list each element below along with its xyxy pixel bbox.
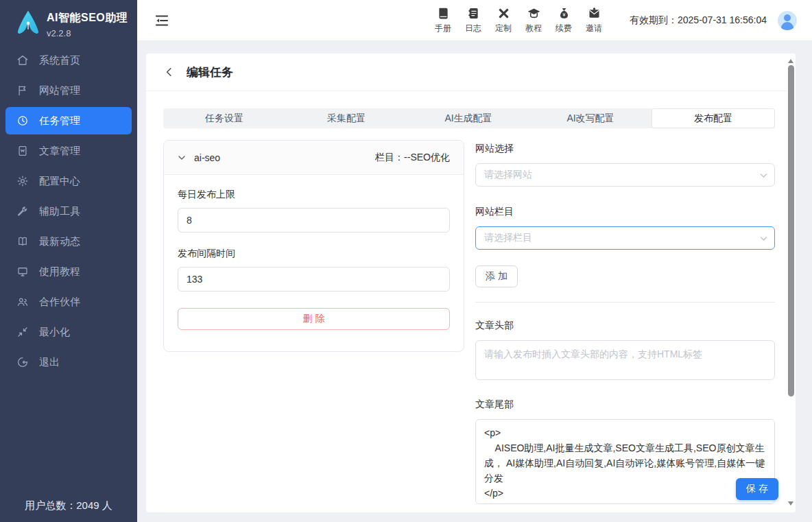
article-icon [16,145,29,157]
home-icon [16,54,29,67]
shortcut-invite[interactable]: 邀请 [579,6,609,34]
article-footer-textarea[interactable]: <p> AISEO助理,AI批量生成文章,SEO文章生成工具,SEO原创文章生成… [475,419,775,504]
sidebar-item-label: 最新动态 [39,235,80,248]
task-column-label: 栏目：--SEO优化 [375,152,450,164]
sidebar-menu: 系统首页 网站管理 任务管理 文章管理 配置中心 辅助工具 [0,47,137,376]
edit-task-card: 编辑任务 任务设置 采集配置 AI生成配置 AI改写配置 发布配置 [146,54,796,512]
sidebar-item-label: 配置中心 [39,175,80,188]
brand: AI智能SEO助理 v2.2.8 [0,0,137,38]
tab-publish-config[interactable]: 发布配置 [652,108,775,128]
column-select-placeholder: 请选择栏目 [484,232,532,244]
task-panel-header[interactable]: ai-seo 栏目：--SEO优化 [164,141,464,175]
right-column: 网站选择 请选择网站 网站栏目 请选择栏目 [475,140,775,512]
journal-icon [466,6,481,21]
chevron-down-icon [760,236,767,241]
scrollbar [787,54,796,512]
minimize-icon [16,326,29,338]
column-select[interactable]: 请选择栏目 [475,226,775,250]
shortcut-label: 教程 [525,23,542,34]
sidebar: AI智能SEO助理 v2.2.8 系统首页 网站管理 任务管理 文章管理 [0,0,137,522]
tab-task-settings[interactable]: 任务设置 [163,108,285,128]
invite-mail-icon [587,6,601,21]
left-column: ai-seo 栏目：--SEO优化 每日发布上限 发布间隔时间 删 除 [163,140,464,512]
shortcut-label: 邀请 [586,23,602,34]
main-area: 编辑任务 任务设置 采集配置 AI生成配置 AI改写配置 发布配置 [137,41,812,522]
shortcut-tutorial[interactable]: 教程 [518,6,549,34]
license-expiry: 有效期到：2025-07-31 16:56:04 [630,14,767,27]
daily-limit-label: 每日发布上限 [178,189,450,201]
back-icon[interactable] [163,66,176,78]
gear-icon [16,175,29,187]
divider [475,302,775,302]
monitor-icon [16,265,29,278]
tab-bar: 任务设置 采集配置 AI生成配置 AI改写配置 发布配置 [163,108,775,128]
brand-text: AI智能SEO助理 v2.2.8 [47,8,128,38]
wrench-icon [16,205,29,217]
user-avatar[interactable] [778,11,797,30]
task-name: ai-seo [194,152,220,163]
sidebar-item-websites[interactable]: 网站管理 [5,77,132,104]
shortcut-log[interactable]: 日志 [458,6,488,34]
svg-text:¥: ¥ [562,12,565,17]
sidebar-item-label: 退出 [39,356,60,369]
tab-ai-rewrite-config[interactable]: AI改写配置 [529,108,652,128]
interval-input[interactable] [178,267,450,292]
shortcut-custom[interactable]: 定制 [488,6,518,34]
site-select-label: 网站选择 [475,141,775,155]
sidebar-item-label: 合作伙伴 [39,296,80,309]
custom-tools-icon [497,6,511,21]
sidebar-item-tools[interactable]: 辅助工具 [5,198,132,225]
app-title: AI智能SEO助理 [47,11,128,25]
shortcut-label: 手册 [435,23,451,34]
app-logo-icon [14,8,43,37]
user-total: 用户总数：2049 人 [0,499,137,512]
header-right: 手册 日志 定制 教程 ¥ 续费 邀请 有效期到：2025-07 [428,6,797,34]
article-header-textarea[interactable] [475,340,775,380]
sidebar-item-logout[interactable]: 退出 [5,348,132,376]
graduation-cap-icon [527,6,541,21]
app-version: v2.2.8 [47,28,128,38]
sidebar-item-config[interactable]: 配置中心 [5,167,132,195]
tab-ai-generate-config[interactable]: AI生成配置 [407,108,529,128]
sidebar-item-label: 使用教程 [39,265,80,278]
scroll-up-arrow-icon[interactable] [788,59,793,63]
tab-collect-config[interactable]: 采集配置 [285,108,407,128]
save-button[interactable]: 保 存 [736,478,778,500]
top-header: 手册 日志 定制 教程 ¥ 续费 邀请 有效期到：2025-07 [137,0,812,41]
scroll-down-arrow-icon[interactable] [788,501,793,506]
shortcut-renew[interactable]: ¥ 续费 [549,6,579,34]
manual-book-icon [436,6,451,21]
delete-button[interactable]: 删 除 [178,308,450,330]
clock-icon [16,115,29,127]
article-footer-label: 文章尾部 [475,397,775,411]
column-select-label: 网站栏目 [475,204,775,218]
sidebar-item-label: 任务管理 [39,115,80,128]
sidebar-item-label: 系统首页 [39,54,80,67]
shortcut-manual[interactable]: 手册 [428,6,458,34]
sidebar-item-articles[interactable]: 文章管理 [5,137,132,165]
sidebar-item-partners[interactable]: 合作伙伴 [5,288,132,316]
sidebar-item-label: 辅助工具 [39,205,80,218]
sidebar-item-news[interactable]: 最新动态 [5,228,132,255]
partners-icon [16,296,29,308]
sidebar-collapse-icon[interactable] [154,12,170,29]
sidebar-item-minimize[interactable]: 最小化 [5,318,132,346]
sidebar-item-label: 文章管理 [39,145,80,158]
task-panel-body: 每日发布上限 发布间隔时间 删 除 [164,175,464,344]
sidebar-item-tutorial[interactable]: 使用教程 [5,258,132,285]
flag-icon [16,84,29,97]
book-open-icon [16,235,29,248]
site-select[interactable]: 请选择网站 [475,163,775,187]
chevron-down-icon [760,173,767,178]
sidebar-item-tasks[interactable]: 任务管理 [5,107,132,134]
task-panel: ai-seo 栏目：--SEO优化 每日发布上限 发布间隔时间 删 除 [163,140,464,352]
form-columns: ai-seo 栏目：--SEO优化 每日发布上限 发布间隔时间 删 除 [163,140,775,512]
page-title: 编辑任务 [187,64,233,80]
sidebar-item-home[interactable]: 系统首页 [5,47,132,74]
scrollbar-thumb[interactable] [788,65,794,396]
interval-label: 发布间隔时间 [178,248,450,260]
card-body: 任务设置 采集配置 AI生成配置 AI改写配置 发布配置 [146,91,796,512]
add-button[interactable]: 添 加 [475,265,518,287]
daily-limit-input[interactable] [178,208,450,233]
money-bag-icon: ¥ [557,6,571,21]
